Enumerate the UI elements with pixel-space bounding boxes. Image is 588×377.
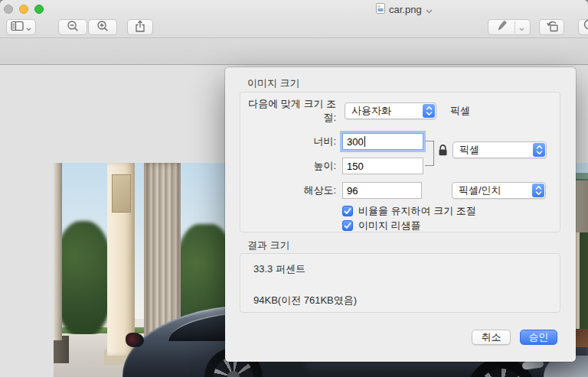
fit-label: 다음에 맞게 크기 조절: [240,97,336,125]
proxy-file-icon [376,3,385,17]
popup-stepper-icon [533,143,545,157]
resample-label: 이미지 리샘플 [358,219,421,232]
resample-checkbox[interactable] [342,220,353,231]
scale-proportionally-checkbox[interactable] [342,206,353,216]
photo-relief [112,174,131,213]
fit-popup[interactable]: 사용자화 [345,102,436,119]
width-value: 300 [347,136,364,148]
search-icon [582,18,588,36]
photo-sliver-brown [574,329,588,347]
width-row: 너비: 300 [240,133,423,150]
height-value: 150 [347,161,364,172]
unit-popup-value: 픽셀 [459,143,479,157]
photo-column-thin [54,163,62,340]
scale-proportionally-label: 비율을 유지하여 크기 조절 [358,204,476,218]
photo-sliver-roof [574,173,588,180]
share-icon [134,19,146,36]
unit-popup[interactable]: 픽셀 [452,141,547,158]
resolution-label: 해상도: [240,184,336,197]
zoom-in-icon [96,19,109,36]
photo-wheel-rim [478,369,525,377]
photo-trees-left [54,221,113,337]
zoom-in-button[interactable] [88,19,117,35]
popup-stepper-icon [532,184,544,197]
chevron-down-icon[interactable] [519,21,524,34]
share-button[interactable] [127,19,153,35]
photo-sliver-trees [574,232,588,329]
fit-popup-value: 사용자화 [351,104,391,118]
photo-sliver-stone [574,180,588,232]
resolution-value: 96 [347,185,358,197]
window-title: car.png [389,4,422,15]
window-title-area[interactable]: car.png [376,3,433,16]
close-button[interactable] [4,5,13,14]
rotate-left-button[interactable] [539,19,564,35]
rotate-left-icon [545,19,559,35]
width-input[interactable]: 300 [342,133,423,150]
result-percent: 33.3 퍼센트 [253,262,305,276]
minimize-button[interactable] [19,5,28,14]
chevron-down-icon [26,21,31,34]
title-chevron-icon [426,3,433,17]
result-section-title: 결과 크기 [247,239,290,252]
resample-row: 이미지 리샘플 [342,219,421,232]
image-size-dialog: 이미지 크기 다음에 맞게 크기 조절: 사용자화 픽셀 너비: 300 높이: [225,67,576,362]
markup-toolbar-toggle-button[interactable] [488,19,531,35]
height-row: 높이: 150 [240,158,423,174]
fit-unit-label: 픽셀 [450,104,470,118]
cancel-button[interactable]: 취소 [472,330,511,345]
lock-icon [437,143,449,160]
height-label: 높이: [240,159,336,173]
search-button[interactable] [578,19,588,35]
ok-button[interactable]: 승인 [520,330,557,345]
text-caret [364,136,365,147]
markup-pen-icon [494,20,509,35]
preview-window: car.png [0,0,588,377]
height-input[interactable]: 150 [342,158,423,174]
title-toolbar: car.png [0,0,588,38]
image-size-group-box: 다음에 맞게 크기 조절: 사용자화 픽셀 너비: 300 높이: 150 [240,92,560,232]
width-label: 너비: [240,135,336,148]
fit-row: 다음에 맞게 크기 조절: 사용자화 픽셀 [240,102,470,119]
resolution-unit-popup[interactable]: 픽셀/인치 [452,182,546,199]
zoom-out-icon [66,19,80,36]
resolution-row: 해상도: 96 [240,182,422,199]
zoom-button[interactable] [34,5,44,14]
sidebar-icon [11,21,24,34]
resolution-unit-value: 픽셀/인치 [459,184,501,197]
photo-car-taillight [126,333,144,347]
button-divider [514,21,515,33]
zoom-out-button[interactable] [58,19,87,35]
image-size-section-title: 이미지 크기 [247,76,300,90]
dimension-link-bracket [425,141,434,166]
popup-stepper-icon [423,104,435,118]
resolution-input[interactable]: 96 [342,182,422,199]
result-size: 94KB(이전 761KB였음) [253,294,357,307]
sidebar-toggle-button[interactable] [6,19,36,35]
markup-toolbar: A [0,38,588,65]
result-group-box: 33.3 퍼센트 94KB(이전 761KB였음) [240,253,560,313]
scale-proportionally-row: 비율을 유지하여 크기 조절 [342,204,476,218]
